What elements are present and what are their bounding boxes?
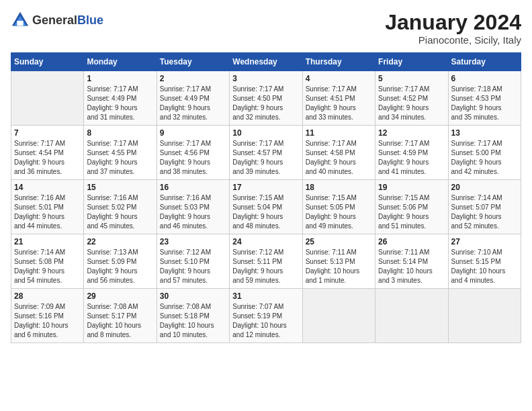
- day-number: 3: [232, 74, 299, 83]
- calendar-cell: 18Sunrise: 7:15 AM Sunset: 5:05 PM Dayli…: [302, 180, 375, 234]
- day-of-week-header: Sunday: [11, 53, 84, 71]
- day-info: Sunrise: 7:17 AM Sunset: 4:54 PM Dayligh…: [14, 139, 81, 177]
- day-info: Sunrise: 7:17 AM Sunset: 4:57 PM Dayligh…: [232, 139, 299, 177]
- day-number: 6: [451, 74, 518, 83]
- calendar-cell: 21Sunrise: 7:14 AM Sunset: 5:08 PM Dayli…: [11, 234, 84, 289]
- calendar-table: SundayMondayTuesdayWednesdayThursdayFrid…: [11, 52, 521, 343]
- calendar-cell: 5Sunrise: 7:17 AM Sunset: 4:52 PM Daylig…: [375, 71, 448, 126]
- day-info: Sunrise: 7:14 AM Sunset: 5:07 PM Dayligh…: [451, 193, 518, 231]
- day-info: Sunrise: 7:15 AM Sunset: 5:04 PM Dayligh…: [232, 193, 299, 231]
- calendar-cell: 29Sunrise: 7:08 AM Sunset: 5:17 PM Dayli…: [84, 289, 157, 343]
- day-of-week-header: Saturday: [448, 53, 521, 71]
- calendar-cell: [448, 289, 521, 343]
- calendar-cell: 1Sunrise: 7:17 AM Sunset: 4:49 PM Daylig…: [84, 71, 157, 126]
- day-number: 27: [451, 237, 518, 246]
- calendar-cell: [375, 289, 448, 343]
- calendar-week-row: 21Sunrise: 7:14 AM Sunset: 5:08 PM Dayli…: [11, 234, 521, 289]
- calendar-cell: 12Sunrise: 7:17 AM Sunset: 4:59 PM Dayli…: [375, 126, 448, 180]
- day-number: 24: [232, 237, 299, 246]
- svg-rect-2: [17, 21, 23, 26]
- day-info: Sunrise: 7:10 AM Sunset: 5:15 PM Dayligh…: [451, 248, 518, 285]
- calendar-cell: 14Sunrise: 7:16 AM Sunset: 5:01 PM Dayli…: [11, 180, 84, 234]
- calendar-cell: 25Sunrise: 7:11 AM Sunset: 5:13 PM Dayli…: [302, 234, 375, 289]
- calendar-cell: [11, 71, 84, 126]
- calendar-cell: 19Sunrise: 7:15 AM Sunset: 5:06 PM Dayli…: [375, 180, 448, 234]
- calendar-cell: 11Sunrise: 7:17 AM Sunset: 4:58 PM Dayli…: [302, 126, 375, 180]
- day-number: 1: [87, 74, 153, 83]
- calendar-cell: 7Sunrise: 7:17 AM Sunset: 4:54 PM Daylig…: [11, 126, 84, 180]
- day-number: 4: [306, 74, 372, 83]
- day-number: 21: [14, 237, 81, 246]
- day-info: Sunrise: 7:07 AM Sunset: 5:19 PM Dayligh…: [232, 302, 299, 340]
- day-info: Sunrise: 7:14 AM Sunset: 5:08 PM Dayligh…: [14, 248, 81, 285]
- calendar-week-row: 1Sunrise: 7:17 AM Sunset: 4:49 PM Daylig…: [11, 71, 521, 126]
- day-info: Sunrise: 7:11 AM Sunset: 5:13 PM Dayligh…: [306, 248, 372, 285]
- day-info: Sunrise: 7:17 AM Sunset: 5:00 PM Dayligh…: [451, 139, 518, 177]
- day-info: Sunrise: 7:17 AM Sunset: 4:49 PM Dayligh…: [160, 85, 226, 122]
- day-number: 7: [14, 128, 81, 138]
- day-of-week-header: Wednesday: [230, 53, 302, 71]
- calendar-cell: 16Sunrise: 7:16 AM Sunset: 5:03 PM Dayli…: [157, 180, 229, 234]
- day-number: 10: [232, 128, 299, 138]
- calendar-title: January 2024: [385, 11, 521, 34]
- calendar-cell: 10Sunrise: 7:17 AM Sunset: 4:57 PM Dayli…: [230, 126, 302, 180]
- day-info: Sunrise: 7:15 AM Sunset: 5:06 PM Dayligh…: [378, 193, 445, 231]
- logo-blue: Blue: [77, 14, 103, 26]
- day-info: Sunrise: 7:17 AM Sunset: 4:49 PM Dayligh…: [87, 85, 153, 122]
- day-number: 31: [232, 291, 299, 301]
- day-number: 22: [87, 237, 153, 246]
- day-info: Sunrise: 7:08 AM Sunset: 5:17 PM Dayligh…: [87, 302, 153, 340]
- calendar-week-row: 28Sunrise: 7:09 AM Sunset: 5:16 PM Dayli…: [11, 289, 521, 343]
- calendar-cell: 17Sunrise: 7:15 AM Sunset: 5:04 PM Dayli…: [230, 180, 302, 234]
- day-number: 28: [14, 291, 81, 301]
- day-info: Sunrise: 7:17 AM Sunset: 4:59 PM Dayligh…: [378, 139, 445, 177]
- calendar-cell: 31Sunrise: 7:07 AM Sunset: 5:19 PM Dayli…: [230, 289, 302, 343]
- day-info: Sunrise: 7:17 AM Sunset: 4:51 PM Dayligh…: [306, 85, 372, 122]
- day-number: 18: [306, 183, 372, 192]
- calendar-cell: 15Sunrise: 7:16 AM Sunset: 5:02 PM Dayli…: [84, 180, 157, 234]
- day-number: 13: [451, 128, 518, 138]
- calendar-subtitle: Pianoconte, Sicily, Italy: [385, 34, 521, 46]
- day-info: Sunrise: 7:18 AM Sunset: 4:53 PM Dayligh…: [451, 85, 518, 122]
- day-number: 20: [451, 183, 518, 192]
- day-info: Sunrise: 7:16 AM Sunset: 5:01 PM Dayligh…: [14, 193, 81, 231]
- day-info: Sunrise: 7:16 AM Sunset: 5:02 PM Dayligh…: [87, 193, 153, 231]
- logo-general: General: [32, 14, 77, 26]
- day-number: 9: [160, 128, 226, 138]
- day-number: 11: [306, 128, 372, 138]
- calendar-cell: 22Sunrise: 7:13 AM Sunset: 5:09 PM Dayli…: [84, 234, 157, 289]
- calendar-week-row: 7Sunrise: 7:17 AM Sunset: 4:54 PM Daylig…: [11, 126, 521, 180]
- day-info: Sunrise: 7:13 AM Sunset: 5:09 PM Dayligh…: [87, 248, 153, 285]
- calendar-cell: 30Sunrise: 7:08 AM Sunset: 5:18 PM Dayli…: [157, 289, 229, 343]
- day-number: 14: [14, 183, 81, 192]
- calendar-cell: 6Sunrise: 7:18 AM Sunset: 4:53 PM Daylig…: [448, 71, 521, 126]
- logo: General Blue: [11, 11, 103, 30]
- day-info: Sunrise: 7:15 AM Sunset: 5:05 PM Dayligh…: [306, 193, 372, 231]
- day-number: 5: [378, 74, 445, 83]
- page-header: General Blue January 2024 Pianoconte, Si…: [11, 11, 521, 46]
- calendar-cell: [302, 289, 375, 343]
- days-header-row: SundayMondayTuesdayWednesdayThursdayFrid…: [11, 53, 521, 71]
- day-info: Sunrise: 7:17 AM Sunset: 4:58 PM Dayligh…: [306, 139, 372, 177]
- day-of-week-header: Monday: [84, 53, 157, 71]
- day-info: Sunrise: 7:17 AM Sunset: 4:50 PM Dayligh…: [232, 85, 299, 122]
- day-number: 30: [160, 291, 226, 301]
- day-of-week-header: Thursday: [302, 53, 375, 71]
- title-block: January 2024 Pianoconte, Sicily, Italy: [385, 11, 521, 46]
- day-info: Sunrise: 7:08 AM Sunset: 5:18 PM Dayligh…: [160, 302, 226, 340]
- day-info: Sunrise: 7:11 AM Sunset: 5:14 PM Dayligh…: [378, 248, 445, 285]
- calendar-week-row: 14Sunrise: 7:16 AM Sunset: 5:01 PM Dayli…: [11, 180, 521, 234]
- logo-icon: [11, 11, 30, 30]
- calendar-cell: 26Sunrise: 7:11 AM Sunset: 5:14 PM Dayli…: [375, 234, 448, 289]
- calendar-cell: 20Sunrise: 7:14 AM Sunset: 5:07 PM Dayli…: [448, 180, 521, 234]
- calendar-cell: 27Sunrise: 7:10 AM Sunset: 5:15 PM Dayli…: [448, 234, 521, 289]
- calendar-cell: 4Sunrise: 7:17 AM Sunset: 4:51 PM Daylig…: [302, 71, 375, 126]
- day-number: 25: [306, 237, 372, 246]
- day-number: 2: [160, 74, 226, 83]
- day-info: Sunrise: 7:12 AM Sunset: 5:11 PM Dayligh…: [232, 248, 299, 285]
- calendar-cell: 28Sunrise: 7:09 AM Sunset: 5:16 PM Dayli…: [11, 289, 84, 343]
- calendar-cell: 9Sunrise: 7:17 AM Sunset: 4:56 PM Daylig…: [157, 126, 229, 180]
- day-of-week-header: Tuesday: [157, 53, 229, 71]
- day-number: 23: [160, 237, 226, 246]
- day-number: 19: [378, 183, 445, 192]
